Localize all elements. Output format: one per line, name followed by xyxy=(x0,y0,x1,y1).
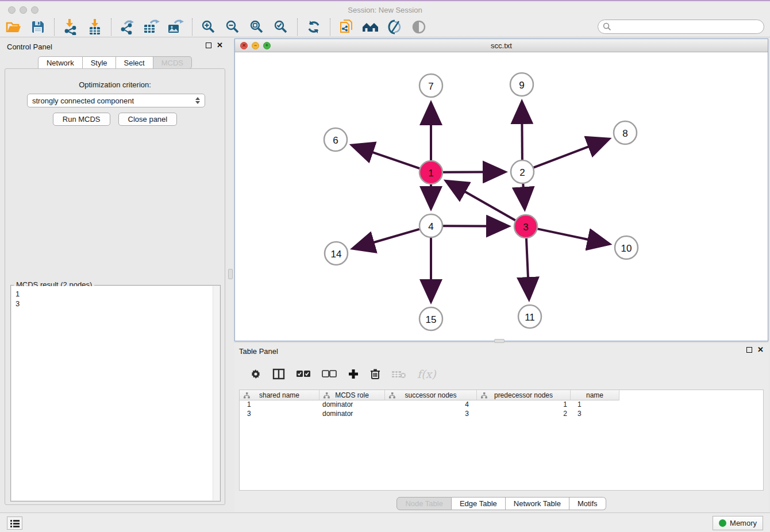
table-cell[interactable]: 3 xyxy=(385,410,477,419)
control-panel-header: Control Panel ✕ xyxy=(2,38,228,55)
result-scrollbar[interactable] xyxy=(213,286,220,500)
export-network-icon[interactable] xyxy=(118,18,136,36)
table-cell[interactable]: 1 xyxy=(571,400,619,410)
first-neighbors-icon[interactable] xyxy=(361,18,379,36)
search-input[interactable] xyxy=(611,23,764,31)
sort-icon xyxy=(481,392,487,399)
save-session-icon[interactable] xyxy=(29,18,47,36)
zoom-in-icon[interactable] xyxy=(199,18,217,36)
table-cell[interactable]: 4 xyxy=(385,400,477,410)
close-panel-button[interactable]: Close panel xyxy=(118,113,178,126)
vertical-splitter-grip[interactable] xyxy=(228,269,233,279)
graph-node-8[interactable]: 8 xyxy=(614,121,637,144)
main-toolbar xyxy=(0,17,770,37)
table-row[interactable]: 3dominator323 xyxy=(240,410,763,419)
graph-node-1[interactable]: 1 xyxy=(419,161,442,184)
table-cell[interactable]: 1 xyxy=(477,400,571,410)
graph-edge-3-11[interactable] xyxy=(526,238,529,298)
function-builder-icon[interactable]: f(x) xyxy=(417,368,436,380)
tab-style[interactable]: Style xyxy=(83,56,116,69)
table-cell[interactable]: 1 xyxy=(240,400,319,410)
graph-edge-4-14[interactable] xyxy=(355,229,419,248)
table-panel-tabs: Node Table Edge Table Network Table Moti… xyxy=(234,497,768,510)
close-table-panel-icon[interactable]: ✕ xyxy=(757,347,764,353)
graph-svg: 7968124314101511 xyxy=(235,52,768,341)
delete-table-icon[interactable] xyxy=(391,369,406,379)
table-cell[interactable]: dominator xyxy=(319,410,385,419)
graph-node-14[interactable]: 14 xyxy=(325,242,348,265)
open-file-icon[interactable] xyxy=(5,18,22,36)
graph-node-15[interactable]: 15 xyxy=(419,307,442,330)
tab-network[interactable]: Network xyxy=(38,56,83,69)
table-header-row: shared name MCDS role successor nodes pr… xyxy=(240,390,763,400)
table-panel: Table Panel ✕ xyxy=(234,343,768,512)
tab-edge-table[interactable]: Edge Table xyxy=(452,497,506,510)
graph-edge-1-6[interactable] xyxy=(353,146,419,168)
column-header-successor-nodes[interactable]: successor nodes xyxy=(385,390,477,400)
svg-text:8: 8 xyxy=(622,128,627,139)
table-cell[interactable]: 3 xyxy=(571,410,619,419)
zoom-fit-icon[interactable] xyxy=(248,18,265,36)
tab-motifs[interactable]: Motifs xyxy=(569,497,606,510)
graph-node-10[interactable]: 10 xyxy=(615,236,638,259)
node-table: shared name MCDS role successor nodes pr… xyxy=(239,390,764,491)
horizontal-splitter-grip[interactable] xyxy=(494,339,505,343)
show-details-icon[interactable] xyxy=(410,18,428,36)
clone-network-icon[interactable] xyxy=(337,18,355,36)
network-window-titlebar: ✕ − + scc.txt xyxy=(235,39,768,52)
column-header-name[interactable]: name xyxy=(571,390,619,400)
add-column-icon[interactable] xyxy=(348,368,359,380)
graph-edge-4-3[interactable] xyxy=(443,226,507,226)
graph-node-11[interactable]: 11 xyxy=(518,305,541,328)
zoom-selected-icon[interactable] xyxy=(272,18,290,36)
mcds-result-list[interactable]: 1 3 xyxy=(11,286,220,500)
memory-label: Memory xyxy=(730,519,757,527)
graph-edge-3-1[interactable] xyxy=(448,182,515,220)
refresh-icon[interactable] xyxy=(305,18,322,36)
graph-node-7[interactable]: 7 xyxy=(419,74,442,97)
graph-node-9[interactable]: 9 xyxy=(510,73,533,96)
graph-edge-2-8[interactable] xyxy=(534,140,608,168)
optimization-criterion-select[interactable]: strongly connected component xyxy=(27,94,205,107)
show-columns-icon[interactable] xyxy=(272,368,285,380)
graph-edge-2-9[interactable] xyxy=(522,103,522,160)
run-mcds-button[interactable]: Run MCDS xyxy=(53,113,110,126)
export-table-icon[interactable] xyxy=(143,18,160,36)
optimization-criterion-value: strongly connected component xyxy=(32,97,134,105)
import-network-icon[interactable] xyxy=(61,18,79,36)
graph-edge-3-10[interactable] xyxy=(538,229,608,244)
float-table-panel-icon[interactable] xyxy=(746,347,752,353)
tab-node-table[interactable]: Node Table xyxy=(396,497,452,510)
graph-node-4[interactable]: 4 xyxy=(419,214,442,237)
graph-node-2[interactable]: 2 xyxy=(511,160,534,183)
table-options-icon[interactable] xyxy=(250,368,261,380)
deselect-all-icon[interactable] xyxy=(322,370,337,378)
search-box[interactable] xyxy=(598,20,764,34)
tab-select[interactable]: Select xyxy=(116,56,153,69)
task-history-button[interactable] xyxy=(7,516,22,530)
close-panel-icon[interactable]: ✕ xyxy=(217,43,223,48)
graph-node-3[interactable]: 3 xyxy=(514,215,537,238)
table-row[interactable]: 1dominator411 xyxy=(240,400,763,410)
network-canvas[interactable]: 7968124314101511 xyxy=(235,52,768,341)
table-cell[interactable]: dominator xyxy=(319,400,385,410)
import-table-icon[interactable] xyxy=(86,18,103,36)
table-cell[interactable]: 2 xyxy=(477,410,571,419)
graph-edge-2-3[interactable] xyxy=(523,184,525,207)
memory-button[interactable]: Memory xyxy=(713,516,763,530)
tab-mcds[interactable]: MCDS xyxy=(153,56,192,69)
graph-node-6[interactable]: 6 xyxy=(324,128,347,151)
hide-labels-icon[interactable] xyxy=(386,18,403,36)
float-panel-icon[interactable] xyxy=(206,43,211,48)
column-header-mcds-role[interactable]: MCDS role xyxy=(319,390,385,400)
graph-edge-1-2[interactable] xyxy=(443,172,503,172)
table-cell[interactable]: 3 xyxy=(240,410,319,419)
tab-network-table[interactable]: Network Table xyxy=(506,497,569,510)
column-header-predecessor-nodes[interactable]: predecessor nodes xyxy=(477,390,571,400)
zoom-out-icon[interactable] xyxy=(224,18,241,36)
column-header-shared-name[interactable]: shared name xyxy=(240,390,319,400)
select-all-icon[interactable] xyxy=(296,370,311,378)
export-image-icon[interactable] xyxy=(167,18,184,36)
delete-columns-icon[interactable] xyxy=(370,368,380,380)
mcds-result-group: MCDS result (2 nodes) 1 3 xyxy=(10,285,221,502)
